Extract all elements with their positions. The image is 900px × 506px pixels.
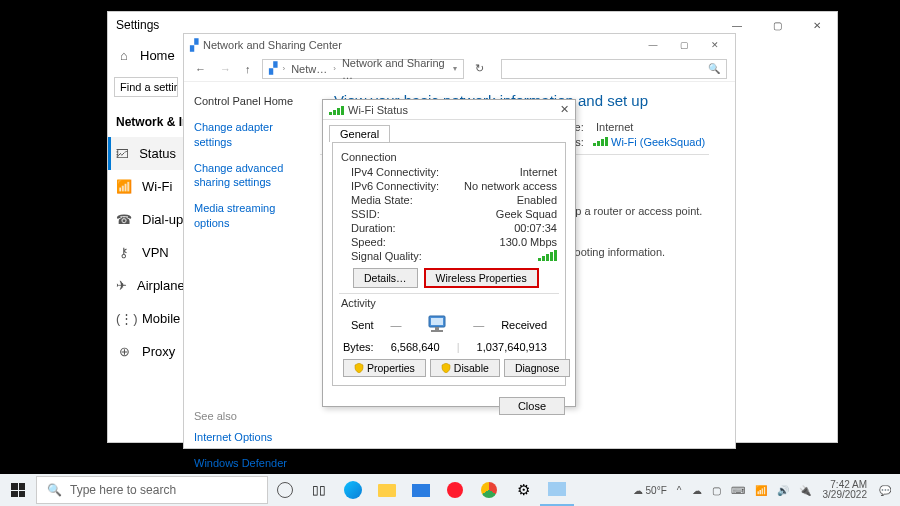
nav-item-proxy[interactable]: ⊕ Proxy xyxy=(108,335,184,368)
shield-icon xyxy=(441,363,451,373)
chevron-icon: › xyxy=(333,64,336,73)
chrome-button[interactable] xyxy=(472,474,506,506)
opera-icon xyxy=(447,482,463,498)
forward-button[interactable]: → xyxy=(217,63,234,75)
weather-widget[interactable]: ☁ 50°F xyxy=(630,485,670,496)
start-button[interactable] xyxy=(0,474,36,506)
cortana-button[interactable] xyxy=(268,474,302,506)
svg-rect-1 xyxy=(431,318,443,325)
gear-icon: ⚙ xyxy=(517,481,530,499)
wifi-tabs: General xyxy=(329,124,569,142)
back-button[interactable]: ← xyxy=(192,63,209,75)
task-view-button[interactable]: ▯▯ xyxy=(302,474,336,506)
settings-taskbar-button[interactable]: ⚙ xyxy=(506,474,540,506)
troubleshoot-hint-text: shooting information. xyxy=(563,246,665,258)
bytes-recv-value: 1,037,640,913 xyxy=(477,341,547,353)
breadcrumb-root: Netw… xyxy=(291,63,327,75)
ipv6-label: IPv6 Connectivity: xyxy=(351,180,439,192)
up-button[interactable]: ↑ xyxy=(242,63,254,75)
change-adapter-link[interactable]: Change adapter settings xyxy=(194,120,310,149)
status-icon: 🗠 xyxy=(116,146,129,161)
settings-title: Settings xyxy=(116,18,159,32)
mail-icon xyxy=(412,484,430,497)
battery-icon[interactable]: 🔌 xyxy=(796,485,814,496)
diagnose-button[interactable]: Diagnose xyxy=(504,359,570,377)
wifi-titlebar: Wi-Fi Status ✕ xyxy=(323,100,575,120)
nav-item-hotspot[interactable]: (⋮) Mobile hotspot xyxy=(108,302,184,335)
chrome-icon xyxy=(481,482,497,498)
wifi-tab-content: Connection IPv4 Connectivity:Internet IP… xyxy=(332,142,566,386)
system-tray: ☁ 50°F ^ ☁ ▢ ⌨ 📶 🔊 🔌 7:42 AM 3/29/2022 💬 xyxy=(630,480,900,501)
maximize-button[interactable]: ▢ xyxy=(757,12,797,38)
meet-now-icon[interactable]: ▢ xyxy=(709,485,724,496)
signal-label: Signal Quality: xyxy=(351,250,422,262)
breadcrumb-icon: ▞ xyxy=(269,62,277,75)
wireless-properties-button[interactable]: Wireless Properties xyxy=(424,268,539,288)
nav-home[interactable]: ⌂ Home xyxy=(108,38,184,73)
media-streaming-link[interactable]: Media streaming options xyxy=(194,201,310,230)
ncpl-search-input[interactable]: 🔍 xyxy=(501,59,727,79)
disable-button[interactable]: Disable xyxy=(430,359,500,377)
nav-item-status[interactable]: 🗠 Status xyxy=(108,137,184,170)
internet-options-link[interactable]: Internet Options xyxy=(194,430,310,444)
nav-item-dialup[interactable]: ☎ Dial-up xyxy=(108,203,184,236)
wifi-connection-link[interactable]: Wi-Fi (GeekSquad) xyxy=(611,136,705,148)
opera-button[interactable] xyxy=(438,474,472,506)
ncpl-maximize-button[interactable]: ▢ xyxy=(670,36,698,54)
details-button[interactable]: Details… xyxy=(353,268,418,288)
nav-item-wifi[interactable]: 📶 Wi-Fi xyxy=(108,170,184,203)
chevron-down-icon[interactable]: ▾ xyxy=(453,64,457,73)
weather-temp: 50°F xyxy=(646,485,667,496)
settings-search-input[interactable]: Find a setting xyxy=(114,77,178,97)
speed-label: Speed: xyxy=(351,236,386,248)
wifi-close-icon[interactable]: ✕ xyxy=(560,103,569,116)
chevron-icon: › xyxy=(283,64,286,73)
onedrive-icon[interactable]: ☁ xyxy=(689,485,705,496)
ssid-value: Geek Squad xyxy=(496,208,557,220)
search-icon: 🔍 xyxy=(47,483,62,497)
breadcrumb[interactable]: ▞ › Netw… › Network and Sharing … ▾ xyxy=(262,59,465,79)
ncpl-close-button[interactable]: ✕ xyxy=(701,36,729,54)
taskbar: 🔍 Type here to search ▯▯ ⚙ ☁ 50°F ^ ☁ ▢ … xyxy=(0,474,900,506)
task-view-icon: ▯▯ xyxy=(312,483,326,497)
tray-wifi-icon[interactable]: 📶 xyxy=(752,485,770,496)
edge-button[interactable] xyxy=(336,474,370,506)
active-app-button[interactable] xyxy=(540,474,574,506)
shield-icon xyxy=(354,363,364,373)
input-icon[interactable]: ⌨ xyxy=(728,485,748,496)
activity-icon xyxy=(418,313,456,337)
vpn-icon: ⚷ xyxy=(116,245,132,260)
change-sharing-link[interactable]: Change advanced sharing settings xyxy=(194,161,310,190)
nav-item-label: VPN xyxy=(142,245,169,260)
signal-strength-icon xyxy=(538,250,557,261)
nav-section-heading: Network & Internet xyxy=(108,107,184,137)
notifications-icon[interactable]: 💬 xyxy=(876,485,894,496)
tab-general[interactable]: General xyxy=(329,125,390,142)
properties-button[interactable]: Properties xyxy=(343,359,426,377)
ipv4-label: IPv4 Connectivity: xyxy=(351,166,439,178)
nav-item-vpn[interactable]: ⚷ VPN xyxy=(108,236,184,269)
nav-item-label: Mobile hotspot xyxy=(142,311,185,326)
ipv4-value: Internet xyxy=(520,166,557,178)
access-type-value: Internet xyxy=(596,121,633,133)
breadcrumb-current: Network and Sharing … xyxy=(342,57,447,81)
connection-group-label: Connection xyxy=(341,151,557,163)
mail-button[interactable] xyxy=(404,474,438,506)
ncpl-minimize-button[interactable]: — xyxy=(639,36,667,54)
close-button[interactable]: Close xyxy=(499,397,565,415)
clock[interactable]: 7:42 AM 3/29/2022 xyxy=(818,480,873,501)
ncpl-app-icon: ▞ xyxy=(190,39,198,52)
activity-group-label: Activity xyxy=(341,297,557,309)
wifi-dialog-title: Wi-Fi Status xyxy=(348,104,408,116)
refresh-button[interactable]: ↻ xyxy=(472,62,487,75)
tray-chevron-icon[interactable]: ^ xyxy=(674,485,685,496)
speed-value: 130.0 Mbps xyxy=(500,236,557,248)
nav-item-airplane[interactable]: ✈ Airplane mode xyxy=(108,269,184,302)
nav-home-label: Home xyxy=(140,48,175,63)
volume-icon[interactable]: 🔊 xyxy=(774,485,792,496)
taskbar-search-input[interactable]: 🔍 Type here to search xyxy=(36,476,268,504)
close-button[interactable]: ✕ xyxy=(797,12,837,38)
explorer-button[interactable] xyxy=(370,474,404,506)
control-panel-home-link[interactable]: Control Panel Home xyxy=(194,94,310,108)
signal-icon xyxy=(593,135,608,146)
